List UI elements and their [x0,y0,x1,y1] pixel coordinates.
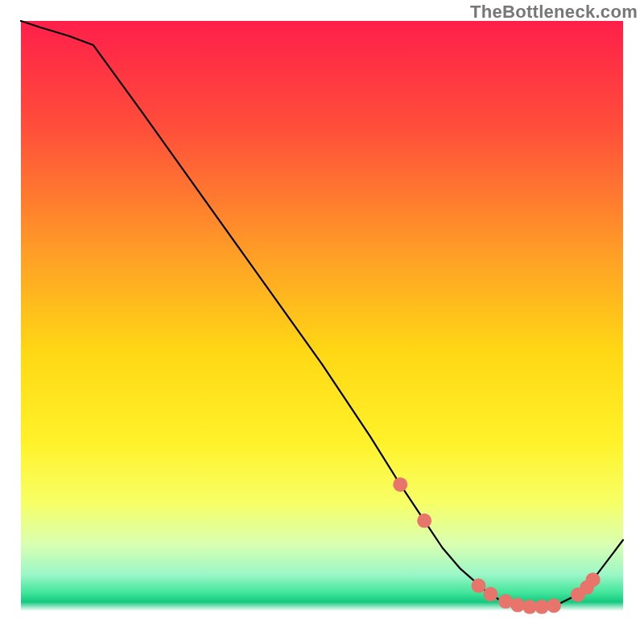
plot-background [21,21,623,623]
highlight-dot [483,587,497,601]
chart-svg [0,0,644,644]
highlight-dot [547,598,561,613]
highlight-dot [417,514,431,528]
highlight-dot [586,572,601,587]
chart-stage: TheBottleneck.com [0,0,644,644]
highlight-dot [471,579,485,593]
highlight-dot [393,477,407,492]
